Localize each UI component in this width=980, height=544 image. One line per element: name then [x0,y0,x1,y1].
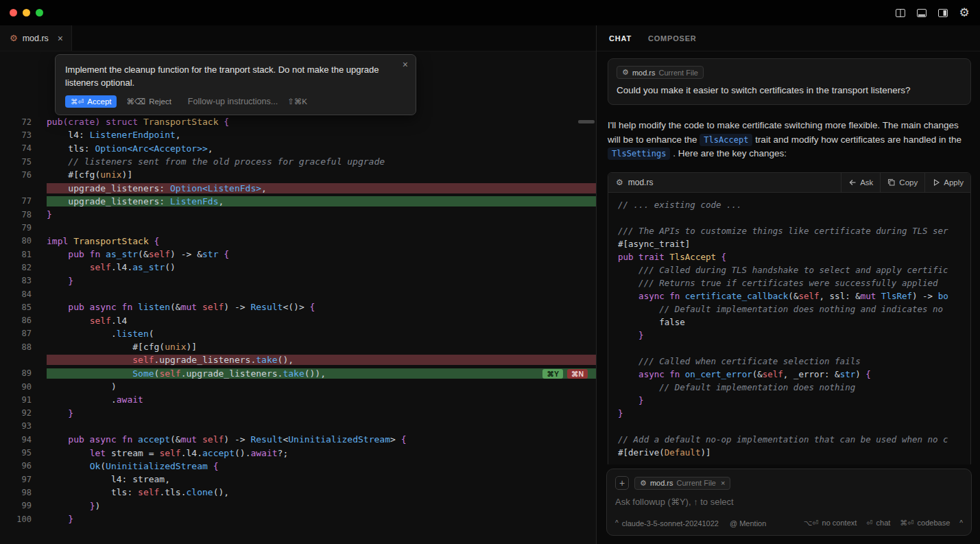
rust-file-icon: ⚙ [616,178,623,187]
code-card-filename: ⚙ mod.rs [608,173,653,192]
accept-button[interactable]: ⌘⏎ Accept [65,95,117,108]
toggle-secondary-sidebar-icon[interactable] [937,7,949,19]
chevron-up-icon[interactable]: ^ [959,519,963,527]
code-line: 94 pub async fn accept(&mut self) -> Res… [0,433,596,446]
line-number: 90 [0,382,32,392]
reject-shortcut: ⌘⌫ [126,97,145,106]
toggle-panel-icon[interactable] [916,7,928,19]
accept-diff-badge[interactable]: ⌘Y [542,369,563,379]
rust-file-icon: ⚙ [622,68,629,77]
hint-label: chat [876,519,891,528]
tab-mod-rs[interactable]: ⚙ mod.rs × [0,25,72,51]
apply-button[interactable]: Apply [924,173,970,192]
code-line: /// Called during TLS handshake to selec… [618,265,970,278]
context-chip[interactable]: ⚙ mod.rs Current File [617,66,704,79]
code-line: // Default implementation does nothing a… [618,304,970,317]
line-number: 74 [0,143,32,153]
code-line: 89 Some(self.upgrade_listeners.take()),⌘… [0,367,596,380]
code-line: 87 .listen( [0,327,596,340]
settings-gear-icon[interactable]: ⚙ [958,7,970,19]
line-number: 78 [0,210,32,220]
chat-input-field[interactable]: Ask followup (⌘Y), ↑ to select [615,497,963,507]
apply-icon [932,178,940,187]
hint-keys: ⌘⏎ [900,519,913,528]
code-card-body: // ... existing code .../// The APIs to … [608,193,970,465]
assistant-text: . Here are the key changes: [670,148,787,158]
line-number: 76 [0,170,32,180]
code-line: 98 tls: self.tls.clone(), [0,486,596,499]
chat-pane: CHAT COMPOSER ⚙ mod.rs Current File Coul… [597,25,980,544]
code-line: // Add a default no-op implementation th… [618,434,970,447]
assistant-message: I'll help modify the code to make certif… [608,119,971,161]
accept-label: Accept [87,97,111,106]
reject-diff-badge[interactable]: ⌘N [567,369,588,379]
scrollbar-thumb[interactable] [578,120,595,123]
hint-keys: ⌥⏎ [804,519,819,528]
tab-close-icon[interactable]: × [58,33,63,44]
reject-label: Reject [149,97,171,106]
code-line: 77 upgrade_listeners: ListenFds, [0,195,596,208]
code-line: 73 l4: ListenerEndpoint, [0,128,596,141]
code-editor: 72pub(crate) struct TransportStack {73 l… [0,115,596,525]
close-window-button[interactable] [10,9,17,16]
tab-chat[interactable]: CHAT [609,34,632,43]
line-number: 100 [0,515,32,524]
minimize-window-button[interactable] [23,9,30,16]
chip-suffix-label: Current File [659,69,698,77]
rust-file-icon: ⚙ [10,33,18,43]
zoom-window-button[interactable] [36,9,43,16]
tab-composer[interactable]: COMPOSER [648,34,697,43]
assistant-text: trait and modify how certificates are ha… [752,134,961,145]
line-number: 92 [0,408,32,418]
code-line [618,343,970,356]
chip-close-icon[interactable]: × [721,479,725,487]
line-number: 99 [0,501,32,510]
line-number: 84 [0,289,32,299]
code-line: // ... existing code ... [618,200,970,213]
input-context-chip[interactable]: ⚙ mod.rs Current File × [634,477,730,490]
hint-label: codebase [918,519,951,528]
chip-file-label: mod.rs [632,69,656,77]
code-suggestion-card: ⚙ mod.rs Ask Copy [608,172,971,465]
line-number: 81 [0,250,32,259]
titlebar-actions: ⚙ [894,7,970,19]
code-line: async fn on_cert_error(&self, _error: &s… [618,369,970,382]
line-number: 88 [0,342,32,352]
code-line: pub trait TlsAccept { [618,252,970,265]
keybinding-hints: ⌥⏎ no context ⏎ chat ⌘⏎ codebase ^ [804,519,963,528]
code-line: 82 self.l4.as_str() [0,261,596,274]
hint-keys: ⏎ [866,519,872,528]
reject-button[interactable]: ⌘⌫ Reject [126,97,171,106]
split-editor-icon[interactable] [894,7,907,19]
model-selector[interactable]: ^ claude-3-5-sonnet-20241022 [615,519,719,528]
editor-tabbar: ⚙ mod.rs × [0,25,596,51]
hint-label: no context [822,519,857,528]
prompt-actions: ⌘⏎ Accept ⌘⌫ Reject Follow-up instructio… [65,95,406,108]
line-number: 95 [0,448,32,458]
copy-button[interactable]: Copy [880,173,924,192]
hint-codebase: ⌘⏎ codebase [900,519,950,528]
add-context-button[interactable]: + [615,476,629,490]
ask-button[interactable]: Ask [841,173,880,192]
line-number: 93 [0,421,32,431]
chip-file-label: mod.rs [650,479,673,487]
code-line: 79 [0,221,596,234]
line-number: 79 [0,223,32,233]
hint-no-context: ⌥⏎ no context [804,519,857,528]
followup-input[interactable]: Follow-up instructions... [188,97,278,106]
code-line: } [618,395,970,408]
line-number: 87 [0,329,32,338]
inline-code-chip[interactable]: TlsSettings [608,147,670,160]
chat-input-card: + ⚙ mod.rs Current File × Ask followup (… [606,469,972,536]
mention-button[interactable]: @ Mention [730,519,766,528]
code-card-header: ⚙ mod.rs Ask Copy [608,173,970,193]
code-line: upgrade_listeners: Option<ListenFds>, [0,181,596,194]
line-number: 85 [0,303,32,312]
prompt-close-icon[interactable]: × [403,59,408,70]
line-number: 72 [0,117,32,127]
code-line [618,421,970,434]
code-line: } [618,408,970,421]
code-line: 78} [0,208,596,221]
code-line: // Default implementation does nothing [618,382,970,395]
inline-code-chip[interactable]: TlsAccept [700,134,752,146]
